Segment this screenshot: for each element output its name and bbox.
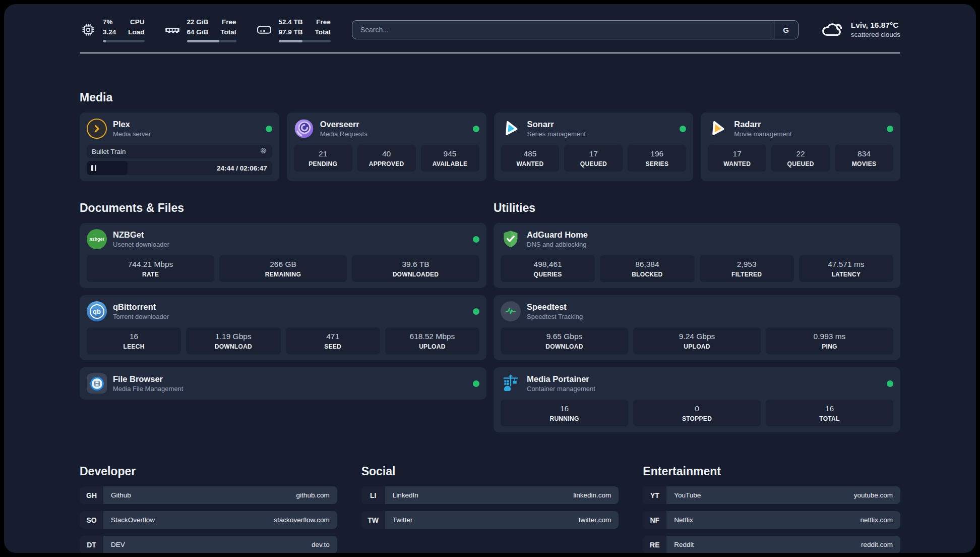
card-qbittorrent[interactable]: qb qBittorrent Torrent downloader 16 LEE…: [80, 295, 486, 360]
adguard-title: AdGuard Home: [527, 229, 588, 240]
dashboard-panel: 7% 3.24 CPU Load: [4, 4, 976, 553]
bookmark-twitter[interactable]: TW Twitter twitter.com: [361, 511, 619, 529]
card-portainer[interactable]: Media Portainer Container management 16 …: [494, 367, 900, 432]
qbittorrent-status-dot: [473, 308, 479, 315]
filebrowser-subtitle: Media File Management: [113, 384, 183, 394]
bookmark-github[interactable]: GH Github github.com: [80, 486, 337, 504]
filebrowser-title: File Browser: [113, 373, 183, 384]
header: 7% 3.24 CPU Load: [80, 15, 900, 44]
cpu-widget: 7% 3.24 CPU Load: [80, 17, 145, 42]
filebrowser-status-dot: [473, 380, 479, 387]
storage-free: 52.4 TB: [279, 17, 303, 27]
card-sonarr[interactable]: Sonarr Series management 485 WANTED 17 Q…: [494, 113, 694, 181]
stat-blocked: 86,384 BLOCKED: [600, 255, 694, 282]
plex-icon: [87, 119, 107, 139]
bookmark-url: netflix.com: [860, 516, 893, 524]
stat-total: 16 TOTAL: [766, 400, 893, 426]
stat-approved: 40 APPROVED: [357, 145, 416, 172]
bookmark-dev[interactable]: DT DEV dev.to: [80, 536, 337, 553]
sonarr-title: Sonarr: [527, 119, 586, 130]
bookmark-url: dev.to: [312, 541, 330, 548]
stat-download: 9.65 Gbps DOWNLOAD: [501, 327, 628, 354]
radarr-stats: 17 WANTED 22 QUEUED 834 MOVIES: [708, 145, 893, 172]
disk-icon: [256, 23, 273, 36]
bookmark-name: StackOverflow: [111, 516, 155, 524]
bookmark-netflix[interactable]: NF Netflix netflix.com: [643, 511, 900, 529]
section-title-utilities: Utilities: [494, 201, 900, 215]
stat-latency: 47.571 ms LATENCY: [799, 255, 893, 282]
speedtest-title: Speedtest: [527, 301, 583, 312]
ram-icon: [164, 24, 181, 36]
speedtest-subtitle: Speedtest Tracking: [527, 312, 583, 321]
overseerr-stats: 21 PENDING 40 APPROVED 945 AVAILABLE: [294, 145, 479, 172]
weather-condition: scattered clouds: [851, 30, 900, 40]
search-bar: G: [352, 20, 799, 39]
qbittorrent-icon: qb: [87, 301, 107, 321]
bookmark-stackoverflow[interactable]: SO StackOverflow stackoverflow.com: [80, 511, 337, 529]
portainer-icon: [501, 373, 521, 394]
stat-available: 945 AVAILABLE: [421, 145, 479, 172]
card-filebrowser[interactable]: File Browser Media File Management: [80, 367, 486, 400]
stat-wanted: 485 WANTED: [501, 145, 560, 172]
radarr-subtitle: Movie management: [734, 130, 791, 139]
weather-widget: Lviv, 16.87°C scattered clouds: [821, 20, 900, 40]
bookmark-name: Netflix: [674, 516, 693, 524]
search-input[interactable]: [352, 21, 774, 39]
card-adguard[interactable]: AdGuard Home DNS and adblocking 498,461 …: [494, 223, 900, 288]
weather-location: Lviv, 16.87°C: [851, 20, 900, 31]
memory-progress-bar: [187, 40, 236, 42]
storage-total: 97.9 TB: [279, 27, 303, 37]
overseerr-icon: [294, 119, 314, 139]
portainer-status-dot: [887, 380, 893, 387]
card-radarr[interactable]: Radarr Movie management 17 WANTED 22 QUE…: [701, 113, 900, 181]
bookmark-reddit[interactable]: RE Reddit reddit.com: [643, 536, 900, 553]
card-overseerr[interactable]: Overseerr Media Requests 21 PENDING 40 A…: [287, 113, 486, 181]
bookmark-name: LinkedIn: [393, 491, 418, 499]
overseerr-title: Overseerr: [320, 119, 368, 130]
stat-pending: 21 PENDING: [294, 145, 352, 172]
nzbget-status-dot: [473, 236, 479, 243]
utilities-column: Utilities AdGuard Home: [494, 201, 900, 439]
bookmark-name: Twitter: [393, 516, 413, 524]
plex-status-dot: [266, 126, 272, 132]
memory-widget: 22 GiB 64 GiB Free Total: [164, 17, 236, 42]
storage-progress-bar: [279, 40, 331, 42]
cpu-load: 3.24: [103, 27, 116, 37]
bookmark-url: stackoverflow.com: [274, 516, 329, 524]
stat-seed: 471 SEED: [286, 327, 380, 354]
card-nzbget[interactable]: nzbget NZBGet Usenet downloader 744.21 M…: [80, 223, 486, 288]
radarr-status-dot: [887, 126, 893, 132]
bookmark-url: reddit.com: [861, 541, 893, 548]
stat-download: 1.19 Gbps DOWNLOAD: [186, 327, 280, 354]
sonarr-subtitle: Series management: [527, 130, 586, 139]
stat-remaining: 266 GB REMAINING: [219, 255, 347, 282]
stat-upload: 9.24 Gbps UPLOAD: [633, 327, 761, 354]
bookmark-linkedin[interactable]: LI LinkedIn linkedin.com: [361, 486, 619, 504]
playback-progress-bar: 24:44 / 02:06:47: [87, 161, 272, 175]
stat-ping: 0.993 ms PING: [766, 327, 893, 354]
nzbget-stats: 744.21 Mbps RATE 266 GB REMAINING 39.6 T…: [87, 255, 479, 282]
plex-title: Plex: [113, 119, 151, 130]
card-plex[interactable]: Plex Media server Bullet Train: [80, 113, 279, 181]
bookmark-url: github.com: [296, 491, 330, 499]
bookmarks-developer: Developer GH Github github.com SO StackO…: [80, 465, 337, 553]
storage-widget: 52.4 TB 97.9 TB Free Total: [256, 17, 331, 42]
gear-icon[interactable]: [260, 147, 267, 156]
section-title-entertainment: Entertainment: [643, 465, 900, 478]
card-speedtest[interactable]: Speedtest Speedtest Tracking 9.65 Gbps D…: [494, 295, 900, 360]
documents-column: Documents & Files nzbget NZBGet Usenet d…: [80, 201, 486, 407]
qbittorrent-subtitle: Torrent downloader: [113, 312, 169, 321]
bookmark-url: twitter.com: [579, 516, 611, 524]
bookmarks-social: Social LI LinkedIn linkedin.com TW Twitt…: [361, 465, 619, 553]
bookmark-youtube[interactable]: YT YouTube youtube.com: [643, 486, 900, 504]
stat-queries: 498,461 QUERIES: [501, 255, 595, 282]
bookmark-name: Reddit: [674, 541, 694, 548]
cpu-progress-bar: [103, 40, 145, 42]
search-engine-button[interactable]: G: [774, 21, 798, 39]
section-title-developer: Developer: [80, 465, 337, 478]
qbittorrent-title: qBittorrent: [113, 301, 169, 312]
stat-rate: 744.21 Mbps RATE: [87, 255, 214, 282]
nzbget-icon: nzbget: [87, 229, 107, 249]
header-divider: [80, 52, 900, 53]
plex-subtitle: Media server: [113, 130, 151, 139]
